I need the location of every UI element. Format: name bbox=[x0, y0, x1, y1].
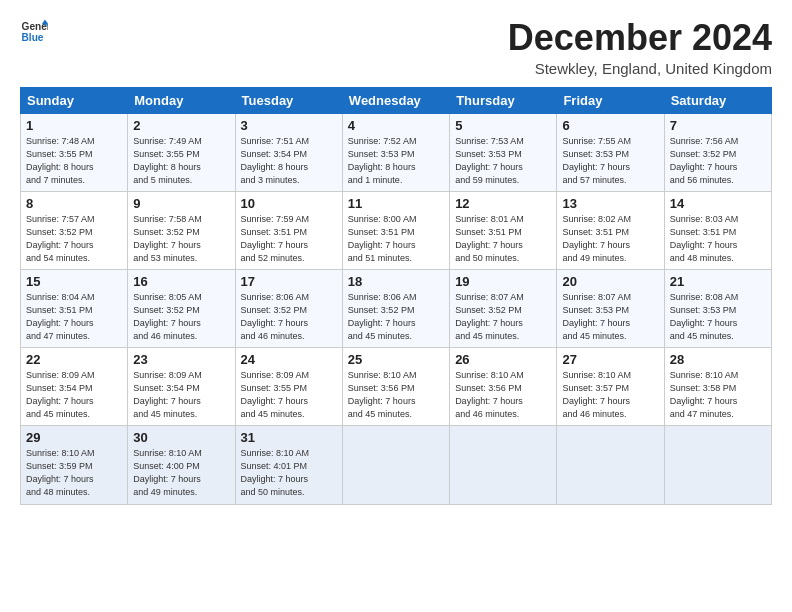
day-info: Sunrise: 8:00 AM Sunset: 3:51 PM Dayligh… bbox=[348, 213, 444, 265]
day-number: 11 bbox=[348, 196, 444, 211]
day-info: Sunrise: 8:06 AM Sunset: 3:52 PM Dayligh… bbox=[241, 291, 337, 343]
day-cell bbox=[664, 426, 771, 504]
column-header-monday: Monday bbox=[128, 87, 235, 113]
day-info: Sunrise: 8:08 AM Sunset: 3:53 PM Dayligh… bbox=[670, 291, 766, 343]
day-info: Sunrise: 8:05 AM Sunset: 3:52 PM Dayligh… bbox=[133, 291, 229, 343]
day-number: 20 bbox=[562, 274, 658, 289]
day-number: 27 bbox=[562, 352, 658, 367]
day-info: Sunrise: 7:56 AM Sunset: 3:52 PM Dayligh… bbox=[670, 135, 766, 187]
day-info: Sunrise: 8:09 AM Sunset: 3:54 PM Dayligh… bbox=[26, 369, 122, 421]
day-cell: 7Sunrise: 7:56 AM Sunset: 3:52 PM Daylig… bbox=[664, 113, 771, 191]
calendar-header-row: SundayMondayTuesdayWednesdayThursdayFrid… bbox=[21, 87, 772, 113]
week-row-1: 1Sunrise: 7:48 AM Sunset: 3:55 PM Daylig… bbox=[21, 113, 772, 191]
day-cell: 9Sunrise: 7:58 AM Sunset: 3:52 PM Daylig… bbox=[128, 191, 235, 269]
day-number: 10 bbox=[241, 196, 337, 211]
logo: General Blue bbox=[20, 18, 48, 46]
day-cell bbox=[450, 426, 557, 504]
day-info: Sunrise: 8:10 AM Sunset: 3:56 PM Dayligh… bbox=[455, 369, 551, 421]
day-cell: 18Sunrise: 8:06 AM Sunset: 3:52 PM Dayli… bbox=[342, 269, 449, 347]
day-info: Sunrise: 7:49 AM Sunset: 3:55 PM Dayligh… bbox=[133, 135, 229, 187]
day-info: Sunrise: 8:02 AM Sunset: 3:51 PM Dayligh… bbox=[562, 213, 658, 265]
day-cell: 25Sunrise: 8:10 AM Sunset: 3:56 PM Dayli… bbox=[342, 348, 449, 426]
day-cell: 27Sunrise: 8:10 AM Sunset: 3:57 PM Dayli… bbox=[557, 348, 664, 426]
column-header-tuesday: Tuesday bbox=[235, 87, 342, 113]
day-number: 8 bbox=[26, 196, 122, 211]
week-row-2: 8Sunrise: 7:57 AM Sunset: 3:52 PM Daylig… bbox=[21, 191, 772, 269]
day-cell: 15Sunrise: 8:04 AM Sunset: 3:51 PM Dayli… bbox=[21, 269, 128, 347]
day-info: Sunrise: 7:58 AM Sunset: 3:52 PM Dayligh… bbox=[133, 213, 229, 265]
day-cell: 13Sunrise: 8:02 AM Sunset: 3:51 PM Dayli… bbox=[557, 191, 664, 269]
day-number: 26 bbox=[455, 352, 551, 367]
column-header-friday: Friday bbox=[557, 87, 664, 113]
day-info: Sunrise: 8:09 AM Sunset: 3:54 PM Dayligh… bbox=[133, 369, 229, 421]
week-row-5: 29Sunrise: 8:10 AM Sunset: 3:59 PM Dayli… bbox=[21, 426, 772, 504]
day-info: Sunrise: 8:10 AM Sunset: 4:01 PM Dayligh… bbox=[241, 447, 337, 499]
day-number: 1 bbox=[26, 118, 122, 133]
day-number: 7 bbox=[670, 118, 766, 133]
day-number: 3 bbox=[241, 118, 337, 133]
week-row-4: 22Sunrise: 8:09 AM Sunset: 3:54 PM Dayli… bbox=[21, 348, 772, 426]
day-cell: 3Sunrise: 7:51 AM Sunset: 3:54 PM Daylig… bbox=[235, 113, 342, 191]
day-cell: 4Sunrise: 7:52 AM Sunset: 3:53 PM Daylig… bbox=[342, 113, 449, 191]
svg-text:Blue: Blue bbox=[22, 32, 44, 43]
day-number: 21 bbox=[670, 274, 766, 289]
day-number: 9 bbox=[133, 196, 229, 211]
day-number: 6 bbox=[562, 118, 658, 133]
day-cell: 19Sunrise: 8:07 AM Sunset: 3:52 PM Dayli… bbox=[450, 269, 557, 347]
day-cell: 10Sunrise: 7:59 AM Sunset: 3:51 PM Dayli… bbox=[235, 191, 342, 269]
day-number: 4 bbox=[348, 118, 444, 133]
day-number: 31 bbox=[241, 430, 337, 445]
day-number: 2 bbox=[133, 118, 229, 133]
day-number: 29 bbox=[26, 430, 122, 445]
day-cell: 2Sunrise: 7:49 AM Sunset: 3:55 PM Daylig… bbox=[128, 113, 235, 191]
day-info: Sunrise: 7:53 AM Sunset: 3:53 PM Dayligh… bbox=[455, 135, 551, 187]
day-cell: 23Sunrise: 8:09 AM Sunset: 3:54 PM Dayli… bbox=[128, 348, 235, 426]
day-info: Sunrise: 7:55 AM Sunset: 3:53 PM Dayligh… bbox=[562, 135, 658, 187]
calendar-table: SundayMondayTuesdayWednesdayThursdayFrid… bbox=[20, 87, 772, 505]
day-info: Sunrise: 8:06 AM Sunset: 3:52 PM Dayligh… bbox=[348, 291, 444, 343]
day-info: Sunrise: 7:48 AM Sunset: 3:55 PM Dayligh… bbox=[26, 135, 122, 187]
logo-icon: General Blue bbox=[20, 18, 48, 46]
month-title: December 2024 bbox=[508, 18, 772, 58]
day-number: 17 bbox=[241, 274, 337, 289]
day-number: 22 bbox=[26, 352, 122, 367]
column-header-wednesday: Wednesday bbox=[342, 87, 449, 113]
day-info: Sunrise: 8:10 AM Sunset: 4:00 PM Dayligh… bbox=[133, 447, 229, 499]
day-cell: 17Sunrise: 8:06 AM Sunset: 3:52 PM Dayli… bbox=[235, 269, 342, 347]
calendar-body: 1Sunrise: 7:48 AM Sunset: 3:55 PM Daylig… bbox=[21, 113, 772, 504]
day-cell: 11Sunrise: 8:00 AM Sunset: 3:51 PM Dayli… bbox=[342, 191, 449, 269]
day-info: Sunrise: 7:59 AM Sunset: 3:51 PM Dayligh… bbox=[241, 213, 337, 265]
day-info: Sunrise: 8:10 AM Sunset: 3:56 PM Dayligh… bbox=[348, 369, 444, 421]
day-number: 24 bbox=[241, 352, 337, 367]
column-header-sunday: Sunday bbox=[21, 87, 128, 113]
column-header-saturday: Saturday bbox=[664, 87, 771, 113]
day-info: Sunrise: 7:52 AM Sunset: 3:53 PM Dayligh… bbox=[348, 135, 444, 187]
day-cell: 26Sunrise: 8:10 AM Sunset: 3:56 PM Dayli… bbox=[450, 348, 557, 426]
day-number: 15 bbox=[26, 274, 122, 289]
day-number: 13 bbox=[562, 196, 658, 211]
day-info: Sunrise: 8:09 AM Sunset: 3:55 PM Dayligh… bbox=[241, 369, 337, 421]
day-info: Sunrise: 8:03 AM Sunset: 3:51 PM Dayligh… bbox=[670, 213, 766, 265]
day-cell: 8Sunrise: 7:57 AM Sunset: 3:52 PM Daylig… bbox=[21, 191, 128, 269]
day-cell bbox=[342, 426, 449, 504]
day-info: Sunrise: 8:07 AM Sunset: 3:52 PM Dayligh… bbox=[455, 291, 551, 343]
day-info: Sunrise: 8:10 AM Sunset: 3:58 PM Dayligh… bbox=[670, 369, 766, 421]
day-cell: 21Sunrise: 8:08 AM Sunset: 3:53 PM Dayli… bbox=[664, 269, 771, 347]
day-info: Sunrise: 7:51 AM Sunset: 3:54 PM Dayligh… bbox=[241, 135, 337, 187]
day-number: 25 bbox=[348, 352, 444, 367]
day-cell: 16Sunrise: 8:05 AM Sunset: 3:52 PM Dayli… bbox=[128, 269, 235, 347]
day-number: 5 bbox=[455, 118, 551, 133]
day-number: 23 bbox=[133, 352, 229, 367]
day-info: Sunrise: 7:57 AM Sunset: 3:52 PM Dayligh… bbox=[26, 213, 122, 265]
day-cell: 1Sunrise: 7:48 AM Sunset: 3:55 PM Daylig… bbox=[21, 113, 128, 191]
day-cell: 5Sunrise: 7:53 AM Sunset: 3:53 PM Daylig… bbox=[450, 113, 557, 191]
day-info: Sunrise: 8:04 AM Sunset: 3:51 PM Dayligh… bbox=[26, 291, 122, 343]
day-number: 19 bbox=[455, 274, 551, 289]
day-cell: 29Sunrise: 8:10 AM Sunset: 3:59 PM Dayli… bbox=[21, 426, 128, 504]
day-cell: 30Sunrise: 8:10 AM Sunset: 4:00 PM Dayli… bbox=[128, 426, 235, 504]
day-info: Sunrise: 8:10 AM Sunset: 3:57 PM Dayligh… bbox=[562, 369, 658, 421]
header: General Blue December 2024 Stewkley, Eng… bbox=[20, 18, 772, 77]
day-info: Sunrise: 8:07 AM Sunset: 3:53 PM Dayligh… bbox=[562, 291, 658, 343]
day-number: 12 bbox=[455, 196, 551, 211]
title-block: December 2024 Stewkley, England, United … bbox=[508, 18, 772, 77]
